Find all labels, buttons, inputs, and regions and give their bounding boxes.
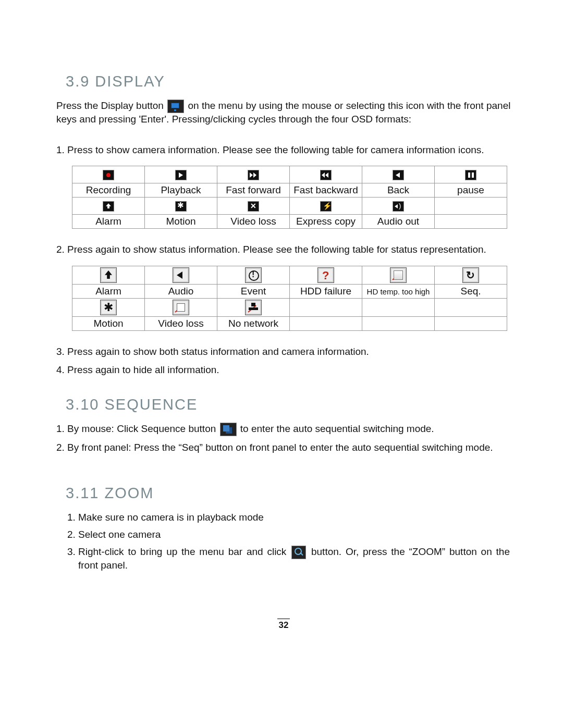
display-step2: 2. Press again to show status informatio… <box>56 243 511 256</box>
label-fast-backward: Fast backward <box>290 183 362 198</box>
playback-icon <box>175 170 187 180</box>
label-st-event: Event <box>217 285 290 299</box>
pause-icon <box>465 170 476 180</box>
back-icon <box>393 170 404 180</box>
label-st-empty3 <box>435 317 507 331</box>
display-step1: 1. Press to show camera information. Ple… <box>56 144 511 157</box>
status-hd-temp-icon <box>390 267 407 283</box>
label-st-nonet: No network <box>217 317 290 331</box>
display-step3: 3. Press again to show both status infor… <box>56 346 511 359</box>
audio-out-icon <box>393 201 404 212</box>
express-copy-icon <box>320 201 332 212</box>
zoom-step3-a: Right-click to bring up the menu bar and… <box>78 546 290 557</box>
label-alarm: Alarm <box>72 215 145 229</box>
motion-icon <box>175 201 187 212</box>
label-st-hdtemp: HD temp. too high <box>362 285 435 299</box>
label-st-audio: Audio <box>145 285 217 299</box>
heading-display: 3.9 DISPLAY <box>66 73 511 90</box>
sequence-line1: 1. By mouse: Click Sequence button to en… <box>56 423 511 436</box>
status-info-table: Alarm Audio Event HDD failure HD temp. t… <box>72 266 507 331</box>
zoom-steps: Make sure no camera is in playback mode … <box>56 511 511 572</box>
video-loss-icon <box>248 201 259 212</box>
heading-zoom: 3.11 ZOOM <box>66 485 511 502</box>
label-st-empty1 <box>290 317 362 331</box>
zoom-button-icon <box>291 546 306 559</box>
label-empty <box>435 215 507 229</box>
label-st-motion: Motion <box>72 317 145 331</box>
fast-forward-icon <box>248 170 259 180</box>
sequence-line1-b: to enter the auto sequential switching m… <box>240 423 434 434</box>
zoom-step2: Select one camera <box>78 528 511 541</box>
heading-sequence: 3.10 SEQUENCE <box>66 396 511 413</box>
status-event-icon <box>245 267 262 283</box>
label-fast-forward: Fast forward <box>217 183 290 198</box>
status-audio-icon <box>173 267 189 283</box>
label-st-empty2 <box>362 317 435 331</box>
sequence-line1-a: 1. By mouse: Click Sequence button <box>56 423 219 434</box>
page-footer: 32 <box>56 619 511 631</box>
display-intro: Press the Display button on the menu by … <box>56 100 511 126</box>
fast-backward-icon <box>320 170 332 180</box>
sequence-button-icon <box>220 423 237 436</box>
status-motion-icon <box>100 300 117 315</box>
label-st-seq: Seq. <box>435 285 507 299</box>
recording-icon <box>103 170 114 180</box>
status-video-loss-icon <box>173 300 189 315</box>
label-st-hdd: HDD failure <box>290 285 362 299</box>
label-pause: pause <box>435 183 507 198</box>
status-alarm-icon <box>100 267 117 283</box>
alarm-icon <box>103 201 114 212</box>
label-recording: Recording <box>72 183 145 198</box>
display-intro-a: Press the Display button <box>56 100 166 111</box>
status-no-network-icon <box>245 300 262 315</box>
page-number: 32 <box>279 620 289 630</box>
zoom-step1: Make sure no camera is in playback mode <box>78 511 511 524</box>
label-playback: Playback <box>145 183 217 198</box>
label-motion: Motion <box>145 215 217 229</box>
display-button-icon <box>167 100 184 113</box>
display-step4: 4. Press again to hide all information. <box>56 364 511 377</box>
status-seq-icon <box>462 267 479 283</box>
zoom-step3: Right-click to bring up the menu bar and… <box>78 546 511 572</box>
label-st-vloss: Video loss <box>145 317 217 331</box>
status-hdd-failure-icon <box>317 267 334 283</box>
camera-info-table: Recording Playback Fast forward Fast bac… <box>72 166 507 229</box>
label-back: Back <box>362 183 435 198</box>
label-express-copy: Express copy <box>290 215 362 229</box>
label-st-alarm: Alarm <box>72 285 145 299</box>
label-video-loss: Video loss <box>217 215 290 229</box>
sequence-line2: 2. By front panel: Press the “Seq” butto… <box>56 441 511 454</box>
label-audio-out: Audio out <box>362 215 435 229</box>
